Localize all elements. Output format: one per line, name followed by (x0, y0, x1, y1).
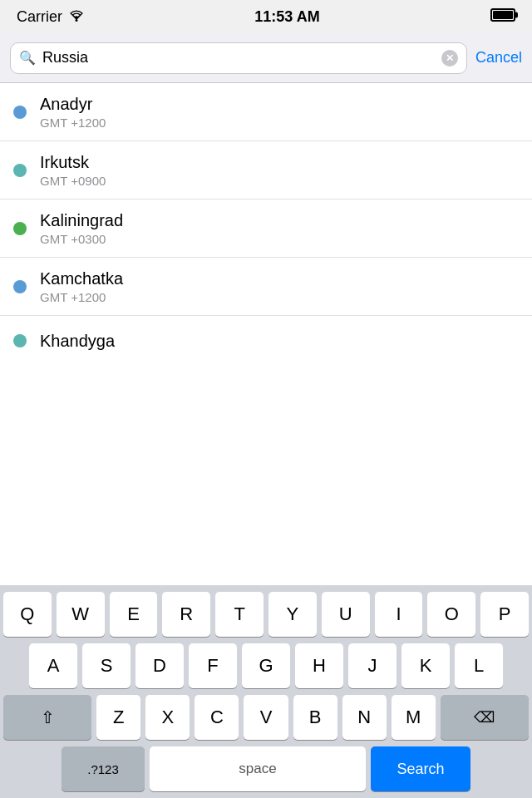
keyboard: Q W E R T Y U I O P A S D F G H J K L ⇧ … (0, 585, 532, 798)
list-item[interactable]: Kamchatka GMT +1200 (0, 258, 532, 316)
city-name: Kaliningrad (40, 211, 123, 230)
key-y[interactable]: Y (268, 592, 317, 637)
key-q[interactable]: Q (3, 592, 52, 637)
search-key[interactable]: Search (371, 746, 470, 791)
clear-button[interactable]: ✕ (441, 50, 458, 66)
gmt-offset: GMT +1200 (40, 290, 123, 304)
key-u[interactable]: U (322, 592, 370, 637)
key-e[interactable]: E (110, 592, 158, 637)
timezone-dot (13, 164, 27, 177)
key-o[interactable]: O (427, 592, 475, 637)
timezone-dot (13, 106, 27, 119)
key-w[interactable]: W (57, 592, 105, 637)
key-x[interactable]: X (145, 695, 190, 740)
space-key[interactable]: space (150, 746, 366, 791)
key-z[interactable]: Z (96, 695, 140, 740)
list-item[interactable]: Anadyr GMT +1200 (0, 83, 532, 141)
status-bar: Carrier 11:53 AM (0, 0, 532, 33)
list-item[interactable]: Kaliningrad GMT +0300 (0, 200, 532, 258)
gmt-offset: GMT +0900 (40, 174, 106, 188)
timezone-dot (13, 334, 27, 347)
battery-indicator (490, 8, 515, 25)
key-c[interactable]: C (195, 695, 239, 740)
delete-key[interactable]: ⌫ (441, 695, 529, 740)
key-b[interactable]: B (293, 695, 337, 740)
key-i[interactable]: I (375, 592, 423, 637)
key-t[interactable]: T (215, 592, 264, 637)
carrier-info: Carrier (17, 8, 84, 26)
key-n[interactable]: N (342, 695, 387, 740)
keyboard-row-3: ⇧ Z X C V B N M ⌫ (3, 695, 529, 740)
carrier-label: Carrier (17, 8, 62, 26)
key-r[interactable]: R (162, 592, 210, 637)
cancel-button[interactable]: Cancel (475, 49, 522, 66)
key-a[interactable]: A (29, 643, 77, 688)
key-f[interactable]: F (189, 643, 237, 688)
key-k[interactable]: K (401, 643, 450, 688)
wifi-icon (69, 8, 84, 26)
number-key[interactable]: .?123 (62, 746, 145, 791)
search-bar: 🔍 ✕ Cancel (0, 33, 532, 83)
key-p[interactable]: P (480, 592, 529, 637)
shift-key[interactable]: ⇧ (3, 695, 91, 740)
gmt-offset: GMT +0300 (40, 232, 123, 246)
keyboard-row-1: Q W E R T Y U I O P (3, 592, 529, 637)
search-icon: 🔍 (19, 50, 36, 66)
key-s[interactable]: S (82, 643, 131, 688)
clock: 11:53 AM (254, 8, 319, 26)
search-input[interactable] (42, 49, 435, 66)
search-input-container[interactable]: 🔍 ✕ (10, 42, 467, 74)
keyboard-bottom-row: .?123 space Search (3, 746, 529, 791)
city-name: Irkutsk (40, 153, 106, 172)
gmt-offset: GMT +1200 (40, 116, 106, 130)
key-l[interactable]: L (455, 643, 503, 688)
key-d[interactable]: D (135, 643, 184, 688)
city-name: Kamchatka (40, 269, 123, 288)
key-v[interactable]: V (244, 695, 288, 740)
keyboard-row-2: A S D F G H J K L (3, 643, 529, 688)
key-g[interactable]: G (242, 643, 290, 688)
key-m[interactable]: M (392, 695, 436, 740)
results-list: Anadyr GMT +1200 Irkutsk GMT +0900 Kalin… (0, 83, 532, 366)
svg-point-0 (76, 19, 78, 22)
key-j[interactable]: J (348, 643, 397, 688)
city-name: Khandyga (40, 332, 115, 351)
list-item[interactable]: Irkutsk GMT +0900 (0, 141, 532, 200)
city-name: Anadyr (40, 95, 106, 114)
key-h[interactable]: H (295, 643, 343, 688)
list-item[interactable]: Khandyga (0, 316, 532, 366)
timezone-dot (13, 280, 27, 293)
timezone-dot (13, 222, 27, 235)
